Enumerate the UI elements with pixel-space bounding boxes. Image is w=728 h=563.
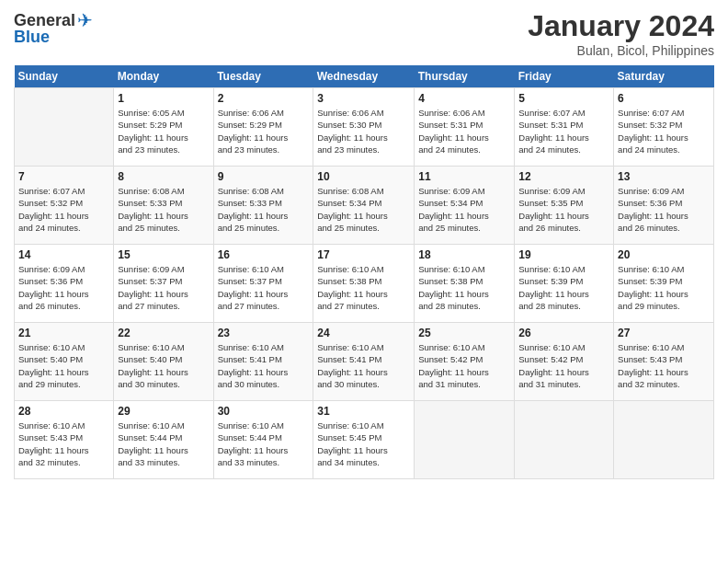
calendar-cell: 2Sunrise: 6:06 AM Sunset: 5:29 PM Daylig… — [213, 88, 313, 167]
day-number: 16 — [218, 248, 310, 261]
header: General ✈ Blue January 2024 Bulan, Bicol… — [14, 9, 714, 58]
weekday-header-saturday: Saturday — [614, 65, 714, 88]
day-number: 23 — [218, 327, 310, 339]
day-info: Sunrise: 6:10 AM Sunset: 5:44 PM Dayligh… — [118, 419, 209, 468]
calendar-cell: 19Sunrise: 6:10 AM Sunset: 5:39 PM Dayli… — [515, 245, 614, 323]
calendar-cell: 22Sunrise: 6:10 AM Sunset: 5:40 PM Dayli… — [114, 323, 213, 401]
calendar-cell: 15Sunrise: 6:09 AM Sunset: 5:37 PM Dayli… — [114, 245, 213, 323]
day-info: Sunrise: 6:09 AM Sunset: 5:34 PM Dayligh… — [418, 185, 510, 234]
weekday-header-wednesday: Wednesday — [313, 65, 415, 88]
weekday-header-sunday: Sunday — [15, 65, 114, 88]
calendar-cell: 6Sunrise: 6:07 AM Sunset: 5:32 PM Daylig… — [614, 88, 714, 167]
calendar-cell: 18Sunrise: 6:10 AM Sunset: 5:38 PM Dayli… — [415, 245, 515, 323]
calendar-cell: 11Sunrise: 6:09 AM Sunset: 5:34 PM Dayli… — [415, 167, 515, 245]
day-info: Sunrise: 6:10 AM Sunset: 5:41 PM Dayligh… — [218, 341, 310, 390]
calendar-cell: 12Sunrise: 6:09 AM Sunset: 5:35 PM Dayli… — [515, 167, 614, 245]
day-number: 5 — [518, 92, 609, 105]
day-number: 15 — [118, 248, 209, 261]
day-info: Sunrise: 6:06 AM Sunset: 5:30 PM Dayligh… — [317, 107, 410, 155]
calendar-week-4: 21Sunrise: 6:10 AM Sunset: 5:40 PM Dayli… — [15, 323, 714, 401]
calendar-cell — [415, 401, 515, 479]
day-number: 11 — [418, 170, 510, 183]
day-number: 20 — [618, 248, 710, 261]
day-number: 4 — [418, 92, 510, 105]
day-number: 17 — [317, 248, 410, 261]
calendar-cell: 1Sunrise: 6:05 AM Sunset: 5:29 PM Daylig… — [114, 88, 213, 167]
day-info: Sunrise: 6:10 AM Sunset: 5:37 PM Dayligh… — [218, 263, 310, 312]
weekday-header-tuesday: Tuesday — [213, 65, 313, 88]
day-info: Sunrise: 6:10 AM Sunset: 5:39 PM Dayligh… — [518, 263, 609, 312]
day-number: 13 — [618, 170, 710, 183]
day-info: Sunrise: 6:09 AM Sunset: 5:37 PM Dayligh… — [118, 263, 209, 312]
calendar-cell: 4Sunrise: 6:06 AM Sunset: 5:31 PM Daylig… — [415, 88, 515, 167]
logo-icon: ✈ — [77, 9, 93, 31]
day-number: 8 — [118, 170, 209, 183]
day-info: Sunrise: 6:09 AM Sunset: 5:36 PM Dayligh… — [618, 185, 710, 234]
calendar-table: SundayMondayTuesdayWednesdayThursdayFrid… — [14, 65, 714, 479]
calendar-cell: 9Sunrise: 6:08 AM Sunset: 5:33 PM Daylig… — [213, 167, 313, 245]
day-info: Sunrise: 6:08 AM Sunset: 5:33 PM Dayligh… — [218, 185, 310, 234]
day-number: 7 — [18, 170, 109, 183]
day-number: 9 — [218, 170, 310, 183]
calendar-cell: 24Sunrise: 6:10 AM Sunset: 5:41 PM Dayli… — [313, 323, 415, 401]
calendar-cell: 7Sunrise: 6:07 AM Sunset: 5:32 PM Daylig… — [15, 167, 114, 245]
weekday-header-friday: Friday — [515, 65, 614, 88]
calendar-cell — [15, 88, 114, 167]
calendar-week-2: 7Sunrise: 6:07 AM Sunset: 5:32 PM Daylig… — [15, 167, 714, 245]
day-info: Sunrise: 6:10 AM Sunset: 5:38 PM Dayligh… — [317, 263, 410, 312]
day-number: 27 — [618, 327, 710, 339]
day-info: Sunrise: 6:07 AM Sunset: 5:32 PM Dayligh… — [618, 107, 710, 155]
day-info: Sunrise: 6:06 AM Sunset: 5:29 PM Dayligh… — [218, 107, 310, 155]
weekday-header-monday: Monday — [114, 65, 213, 88]
calendar-cell — [614, 401, 714, 479]
day-info: Sunrise: 6:10 AM Sunset: 5:40 PM Dayligh… — [118, 341, 209, 390]
day-info: Sunrise: 6:10 AM Sunset: 5:42 PM Dayligh… — [418, 341, 510, 390]
day-info: Sunrise: 6:07 AM Sunset: 5:31 PM Dayligh… — [518, 107, 609, 155]
logo: General ✈ Blue — [14, 9, 93, 47]
day-info: Sunrise: 6:06 AM Sunset: 5:31 PM Dayligh… — [418, 107, 510, 155]
day-number: 18 — [418, 248, 510, 261]
day-info: Sunrise: 6:10 AM Sunset: 5:42 PM Dayligh… — [518, 341, 609, 390]
calendar-cell: 13Sunrise: 6:09 AM Sunset: 5:36 PM Dayli… — [614, 167, 714, 245]
day-number: 29 — [118, 405, 209, 418]
calendar-cell: 26Sunrise: 6:10 AM Sunset: 5:42 PM Dayli… — [515, 323, 614, 401]
day-info: Sunrise: 6:10 AM Sunset: 5:38 PM Dayligh… — [418, 263, 510, 312]
calendar-cell: 31Sunrise: 6:10 AM Sunset: 5:45 PM Dayli… — [313, 401, 415, 479]
location: Bulan, Bicol, Philippines — [528, 43, 714, 58]
calendar-week-3: 14Sunrise: 6:09 AM Sunset: 5:36 PM Dayli… — [15, 245, 714, 323]
day-info: Sunrise: 6:10 AM Sunset: 5:39 PM Dayligh… — [618, 263, 710, 312]
day-info: Sunrise: 6:10 AM Sunset: 5:43 PM Dayligh… — [618, 341, 710, 390]
day-info: Sunrise: 6:10 AM Sunset: 5:41 PM Dayligh… — [317, 341, 410, 390]
day-number: 28 — [18, 405, 109, 418]
weekday-header-thursday: Thursday — [415, 65, 515, 88]
month-year: January 2024 — [528, 9, 714, 43]
day-number: 25 — [418, 327, 510, 339]
calendar-cell: 16Sunrise: 6:10 AM Sunset: 5:37 PM Dayli… — [213, 245, 313, 323]
calendar-cell: 29Sunrise: 6:10 AM Sunset: 5:44 PM Dayli… — [114, 401, 213, 479]
calendar-cell: 25Sunrise: 6:10 AM Sunset: 5:42 PM Dayli… — [415, 323, 515, 401]
day-number: 10 — [317, 170, 410, 183]
calendar-cell: 14Sunrise: 6:09 AM Sunset: 5:36 PM Dayli… — [15, 245, 114, 323]
day-info: Sunrise: 6:08 AM Sunset: 5:33 PM Dayligh… — [118, 185, 209, 234]
calendar-cell: 17Sunrise: 6:10 AM Sunset: 5:38 PM Dayli… — [313, 245, 415, 323]
calendar-cell: 28Sunrise: 6:10 AM Sunset: 5:43 PM Dayli… — [15, 401, 114, 479]
day-info: Sunrise: 6:10 AM Sunset: 5:43 PM Dayligh… — [18, 419, 109, 468]
calendar-cell: 21Sunrise: 6:10 AM Sunset: 5:40 PM Dayli… — [15, 323, 114, 401]
day-info: Sunrise: 6:08 AM Sunset: 5:34 PM Dayligh… — [317, 185, 410, 234]
day-info: Sunrise: 6:10 AM Sunset: 5:45 PM Dayligh… — [317, 419, 410, 468]
calendar-cell: 8Sunrise: 6:08 AM Sunset: 5:33 PM Daylig… — [114, 167, 213, 245]
calendar-cell: 10Sunrise: 6:08 AM Sunset: 5:34 PM Dayli… — [313, 167, 415, 245]
day-info: Sunrise: 6:07 AM Sunset: 5:32 PM Dayligh… — [18, 185, 109, 234]
day-info: Sunrise: 6:09 AM Sunset: 5:36 PM Dayligh… — [18, 263, 109, 312]
day-info: Sunrise: 6:09 AM Sunset: 5:35 PM Dayligh… — [518, 185, 609, 234]
day-number: 31 — [317, 405, 410, 418]
day-number: 6 — [618, 92, 710, 105]
day-number: 30 — [218, 405, 310, 418]
calendar-cell: 3Sunrise: 6:06 AM Sunset: 5:30 PM Daylig… — [313, 88, 415, 167]
day-number: 3 — [317, 92, 410, 105]
day-number: 24 — [317, 327, 410, 339]
logo-blue-text: Blue — [14, 28, 50, 47]
day-number: 22 — [118, 327, 209, 339]
day-number: 12 — [518, 170, 609, 183]
page-container: General ✈ Blue January 2024 Bulan, Bicol… — [0, 0, 728, 488]
